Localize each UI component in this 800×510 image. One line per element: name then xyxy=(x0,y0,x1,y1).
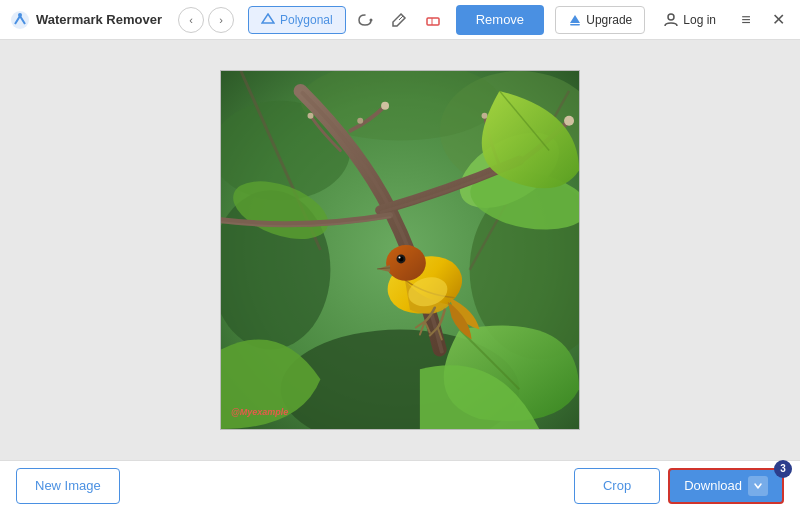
app-title: Watermark Remover xyxy=(36,12,162,27)
polygonal-icon xyxy=(261,13,275,27)
svg-rect-7 xyxy=(570,24,580,26)
brush-tool-button[interactable] xyxy=(384,6,414,34)
svg-point-3 xyxy=(369,18,372,21)
header-right: Upgrade Log in ≡ ✕ xyxy=(555,6,790,34)
download-arrow-icon xyxy=(748,476,768,496)
svg-point-21 xyxy=(381,102,389,110)
footer-action-bar: New Image Crop 3 Download xyxy=(0,460,800,510)
logo-icon xyxy=(10,10,30,30)
new-image-button[interactable]: New Image xyxy=(16,468,120,504)
crop-button[interactable]: Crop xyxy=(574,468,660,504)
svg-point-25 xyxy=(357,118,363,124)
brush-icon xyxy=(391,12,407,28)
nav-arrows: ‹ › xyxy=(178,7,234,33)
app-logo: Watermark Remover xyxy=(10,10,162,30)
close-button[interactable]: ✕ xyxy=(766,8,790,32)
upgrade-icon xyxy=(568,13,582,27)
upgrade-button[interactable]: Upgrade xyxy=(555,6,645,34)
tool-group: Polygonal xyxy=(248,6,448,34)
eraser-tool-button[interactable] xyxy=(418,6,448,34)
svg-point-1 xyxy=(18,13,22,17)
polygonal-tool-button[interactable]: Polygonal xyxy=(248,6,346,34)
svg-point-29 xyxy=(386,245,426,281)
svg-line-4 xyxy=(399,16,403,20)
download-badge: 3 xyxy=(774,460,792,478)
svg-point-32 xyxy=(399,256,401,258)
download-button[interactable]: Download xyxy=(668,468,784,504)
eraser-icon xyxy=(425,12,441,28)
watermark-overlay: @Myexample xyxy=(231,407,288,417)
image-canvas[interactable]: @Myexample xyxy=(220,70,580,430)
user-icon xyxy=(663,12,679,28)
forward-button[interactable]: › xyxy=(208,7,234,33)
download-wrapper: 3 Download xyxy=(668,468,784,504)
menu-button[interactable]: ≡ xyxy=(734,8,758,32)
bird-scene-image xyxy=(221,71,579,429)
svg-point-24 xyxy=(482,113,488,119)
footer-right-actions: Crop 3 Download xyxy=(574,468,784,504)
login-button[interactable]: Log in xyxy=(653,6,726,34)
arrow-down-icon xyxy=(752,480,764,492)
svg-rect-5 xyxy=(427,18,439,25)
remove-button[interactable]: Remove xyxy=(456,5,544,35)
svg-marker-2 xyxy=(262,14,274,23)
svg-point-23 xyxy=(564,116,574,126)
lasso-icon xyxy=(357,12,373,28)
svg-point-8 xyxy=(668,14,674,20)
lasso-tool-button[interactable] xyxy=(350,6,380,34)
svg-point-22 xyxy=(308,113,314,119)
main-canvas-area: @Myexample xyxy=(0,40,800,460)
back-button[interactable]: ‹ xyxy=(178,7,204,33)
header: Watermark Remover ‹ › Polygonal xyxy=(0,0,800,40)
